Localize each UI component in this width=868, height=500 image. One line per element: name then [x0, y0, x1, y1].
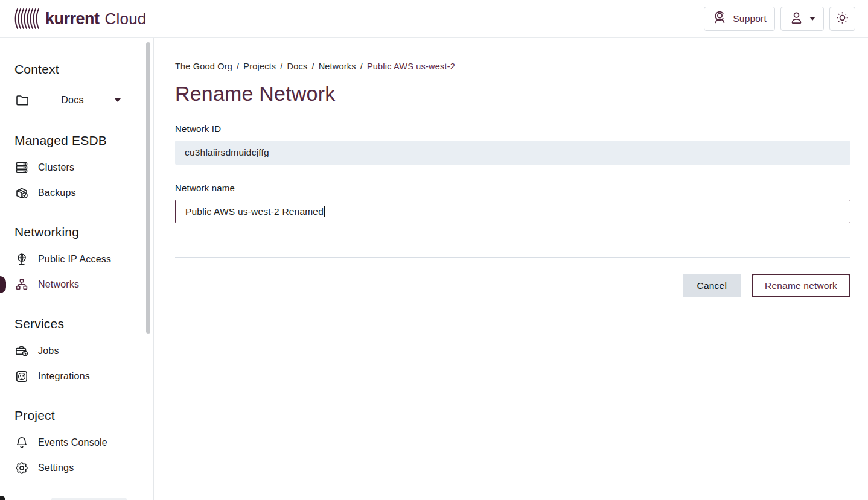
sidebar-item-label: Networks — [38, 279, 79, 290]
sidebar-section-managed-esdb: Managed ESDB — [14, 133, 153, 148]
clusters-icon — [14, 160, 29, 175]
breadcrumb-link-projects[interactable]: Projects — [243, 62, 276, 71]
sidebar-section-project: Project — [14, 408, 153, 423]
breadcrumb-separator: / — [311, 62, 314, 71]
breadcrumb-link-networks[interactable]: Networks — [319, 62, 356, 71]
cancel-button[interactable]: Cancel — [683, 274, 741, 297]
rename-network-button[interactable]: Rename network — [752, 274, 850, 297]
page-title: Rename Network — [175, 82, 850, 106]
network-name-input[interactable]: Public AWS us-west-2 Renamed — [175, 200, 850, 223]
sidebar-section-services: Services — [14, 317, 153, 331]
chevron-down-icon — [809, 17, 815, 21]
sidebar-item-events-console[interactable]: Events Console — [14, 430, 139, 455]
sidebar-scrollbar[interactable] — [146, 42, 150, 334]
sidebar-section-context: Context — [14, 62, 153, 77]
app-header: kurrent Cloud Support — [0, 0, 868, 38]
network-id-field: cu3hlaiirsdmuidcjffg — [175, 141, 850, 165]
support-button[interactable]: Support — [704, 7, 775, 31]
sidebar-item-label: Settings — [38, 463, 74, 473]
kurrent-cloud-logo[interactable]: kurrent Cloud — [14, 8, 146, 29]
sidebar-item-label: Backups — [38, 188, 76, 198]
breadcrumb: The Good Org/Projects/Docs/Networks/Publ… — [175, 62, 850, 71]
breadcrumb-link-the-good-org[interactable]: The Good Org — [175, 62, 232, 71]
events-console-icon — [14, 435, 29, 450]
user-icon — [789, 10, 804, 27]
public-ip-icon — [14, 252, 29, 267]
sidebar-item-label: Clusters — [38, 162, 74, 173]
sidebar-item-label: Public IP Access — [38, 254, 111, 265]
user-menu-button[interactable] — [780, 7, 824, 31]
brand-suffix: Cloud — [105, 10, 147, 28]
partial-cutoff-icon — [0, 496, 5, 500]
breadcrumb-separator: / — [237, 62, 239, 71]
breadcrumb-separator: / — [360, 62, 363, 71]
sidebar-item-label: Events Console — [38, 437, 107, 448]
network-name-value: Public AWS us-west-2 Renamed — [185, 206, 324, 217]
support-label: Support — [733, 13, 767, 24]
chevron-down-icon — [115, 98, 121, 102]
sidebar-item-label: Integrations — [38, 371, 90, 382]
brand-name: kurrent — [45, 10, 100, 28]
sidebar-item-label: Jobs — [38, 346, 59, 356]
sidebar-item-settings[interactable]: Settings — [14, 455, 139, 481]
sidebar-item-jobs[interactable]: Jobs — [14, 338, 139, 364]
settings-icon — [14, 461, 29, 475]
sidebar-item-networks[interactable]: Networks — [14, 272, 139, 297]
form-actions: Cancel Rename network — [175, 274, 850, 297]
network-name-label: Network name — [175, 183, 850, 193]
main-content: The Good Org/Projects/Docs/Networks/Publ… — [154, 38, 868, 500]
sidebar: ContextDocsManaged ESDBClustersBackupsNe… — [0, 38, 154, 500]
backups-icon — [14, 186, 29, 200]
integrations-icon — [14, 369, 29, 384]
support-headset-icon — [712, 10, 727, 27]
folder-icon — [14, 92, 30, 108]
active-indicator — [0, 276, 6, 293]
jobs-icon — [14, 344, 29, 358]
sidebar-item-label: Docs — [39, 95, 106, 106]
kurrent-wave-icon — [14, 8, 40, 29]
sidebar-item-docs[interactable]: Docs — [14, 86, 139, 114]
sidebar-item-clusters[interactable]: Clusters — [14, 155, 139, 180]
breadcrumb-current: Public AWS us-west-2 — [367, 62, 455, 71]
networks-icon — [14, 277, 29, 292]
network-id-label: Network ID — [175, 124, 850, 134]
breadcrumb-link-docs[interactable]: Docs — [287, 62, 308, 71]
network-id-value: cu3hlaiirsdmuidcjffg — [185, 147, 269, 158]
form-divider — [175, 257, 850, 258]
breadcrumb-separator: / — [280, 62, 282, 71]
sidebar-bottom-element — [51, 498, 127, 500]
header-actions: Support — [704, 7, 855, 31]
text-cursor — [324, 206, 325, 217]
sidebar-item-integrations[interactable]: Integrations — [14, 364, 139, 389]
sun-theme-icon — [835, 11, 849, 27]
sidebar-section-networking: Networking — [14, 225, 153, 239]
sidebar-item-backups[interactable]: Backups — [14, 180, 139, 206]
sidebar-item-public-ip-access[interactable]: Public IP Access — [14, 247, 139, 272]
theme-toggle-button[interactable] — [829, 7, 855, 31]
